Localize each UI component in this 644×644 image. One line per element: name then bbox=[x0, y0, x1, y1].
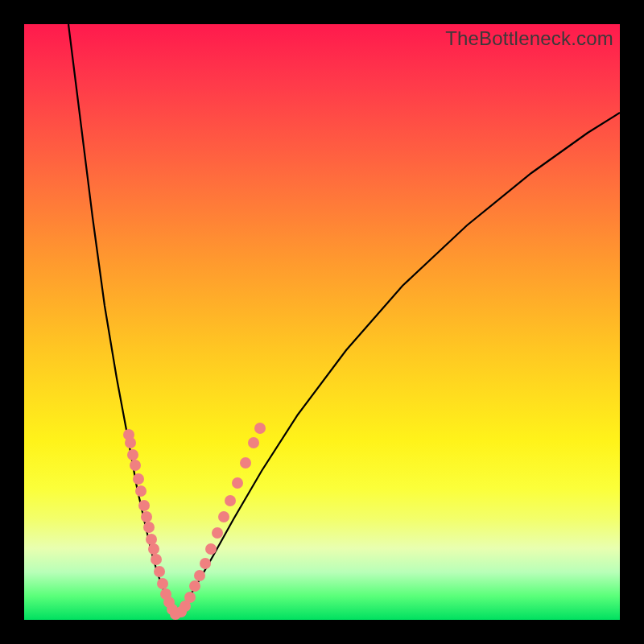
highlight-dot bbox=[240, 457, 251, 469]
highlight-dot bbox=[148, 543, 159, 555]
highlight-dot bbox=[151, 554, 162, 565]
highlight-dot bbox=[141, 511, 152, 522]
curve-left bbox=[68, 24, 175, 616]
highlight-dot bbox=[232, 477, 243, 489]
plot-area: TheBottleneck.com bbox=[24, 24, 620, 620]
highlight-dot bbox=[189, 580, 200, 592]
highlight-dot bbox=[146, 534, 157, 545]
highlight-dots bbox=[123, 423, 266, 620]
highlight-dot bbox=[194, 570, 205, 581]
curve-layer bbox=[24, 24, 620, 620]
highlight-dot bbox=[254, 423, 266, 434]
highlight-dot bbox=[125, 437, 136, 448]
highlight-dot bbox=[133, 473, 144, 485]
highlight-dot bbox=[138, 500, 150, 511]
highlight-dot bbox=[157, 578, 168, 589]
highlight-dot bbox=[143, 522, 155, 533]
highlight-dot bbox=[184, 592, 196, 603]
highlight-dot bbox=[135, 485, 147, 497]
highlight-dot bbox=[127, 449, 138, 460]
highlight-dot bbox=[225, 495, 236, 506]
highlight-dot bbox=[212, 527, 223, 539]
highlight-dot bbox=[218, 511, 229, 522]
highlight-dot bbox=[154, 566, 165, 577]
highlight-dot bbox=[205, 543, 217, 555]
chart-frame: TheBottleneck.com bbox=[0, 0, 644, 644]
highlight-dot bbox=[200, 558, 211, 569]
highlight-dot bbox=[248, 437, 259, 448]
curve-right bbox=[175, 113, 620, 616]
highlight-dot bbox=[130, 460, 141, 471]
